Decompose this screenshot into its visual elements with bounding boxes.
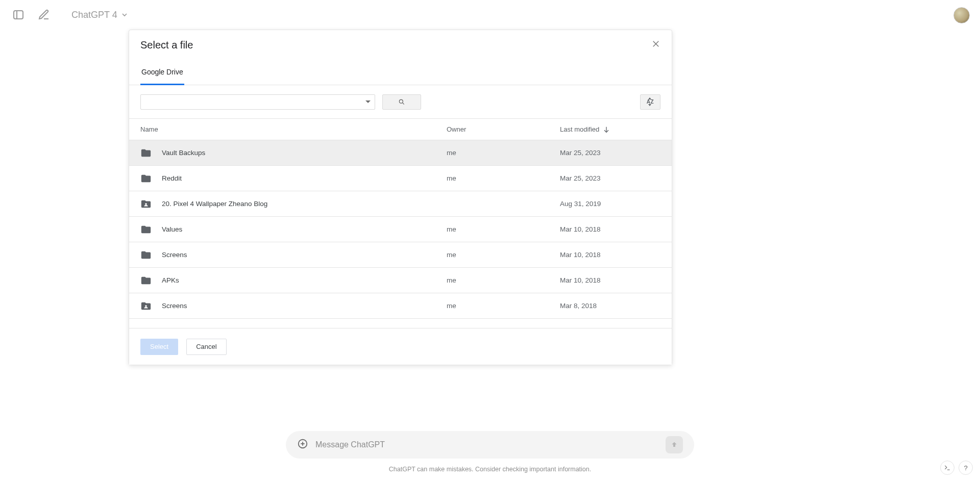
table-row[interactable]: RedditmeMar 25, 2023	[129, 166, 672, 191]
file-owner: me	[447, 302, 560, 310]
svg-point-8	[399, 99, 403, 103]
disclaimer-text: ChatGPT can make mistakes. Consider chec…	[0, 466, 980, 473]
tab-google-drive[interactable]: Google Drive	[140, 60, 184, 85]
table-row[interactable]: ScreensmeMar 10, 2018	[129, 242, 672, 268]
table-row[interactable]: 20. Pixel 4 Wallpaper Zheano BlogAug 31,…	[129, 191, 672, 217]
svg-point-12	[145, 305, 147, 307]
message-composer[interactable]: Message ChatGPT	[286, 431, 694, 459]
column-modified[interactable]: Last modified	[560, 125, 610, 134]
file-name: Vault Backups	[162, 149, 447, 157]
app-topbar: ChatGPT 4	[0, 0, 980, 30]
svg-point-11	[145, 203, 147, 205]
close-button[interactable]	[651, 39, 660, 50]
model-label: ChatGPT 4	[71, 10, 117, 20]
file-modified: Mar 10, 2018	[560, 251, 601, 259]
file-owner: me	[447, 174, 560, 182]
search-button[interactable]	[382, 94, 421, 110]
modal-footer: Select Cancel	[129, 328, 672, 365]
arrow-up-icon	[670, 441, 678, 449]
select-button[interactable]: Select	[140, 339, 178, 355]
model-selector[interactable]: ChatGPT 4	[71, 10, 129, 20]
folder-icon	[140, 147, 152, 159]
caret-down-icon	[365, 100, 371, 103]
arrow-down-icon	[602, 125, 610, 134]
table-row[interactable]: ScreensmeMar 8, 2018	[129, 293, 672, 319]
folder-icon	[140, 224, 152, 235]
file-name: Screens	[162, 302, 447, 310]
file-name: Values	[162, 225, 447, 233]
help-button[interactable]: ?	[959, 461, 973, 475]
file-modified: Mar 10, 2018	[560, 225, 601, 233]
panel-icon	[12, 9, 24, 21]
close-icon	[651, 39, 660, 48]
file-name: Reddit	[162, 174, 447, 182]
file-modified: Mar 25, 2023	[560, 149, 601, 157]
list-header: Name Owner Last modified	[129, 119, 672, 140]
new-chat-button[interactable]	[37, 8, 51, 22]
topbar-left: ChatGPT 4	[0, 8, 129, 22]
edit-icon	[38, 9, 50, 21]
table-row[interactable]: ValuesmeMar 10, 2018	[129, 217, 672, 242]
prompt-icon	[944, 464, 951, 471]
svg-line-9	[402, 103, 404, 104]
file-owner: me	[447, 149, 560, 157]
file-modified: Aug 31, 2019	[560, 200, 601, 208]
file-name: APKs	[162, 276, 447, 284]
column-name[interactable]: Name	[140, 125, 447, 133]
folder-icon	[140, 249, 152, 261]
folder-icon	[140, 173, 152, 184]
sort-button[interactable]: AZ	[640, 94, 660, 110]
search-icon	[398, 98, 405, 106]
shared-folder-icon	[140, 198, 152, 210]
modal-header: Select a file	[129, 30, 672, 60]
file-owner: me	[447, 251, 560, 259]
file-owner: me	[447, 225, 560, 233]
avatar[interactable]	[953, 7, 970, 23]
search-input[interactable]	[140, 94, 375, 110]
cancel-button[interactable]: Cancel	[186, 339, 226, 355]
file-name: Screens	[162, 251, 447, 259]
shared-folder-icon	[140, 300, 152, 312]
folder-icon	[140, 275, 152, 286]
file-modified: Mar 8, 2018	[560, 302, 597, 310]
column-owner[interactable]: Owner	[447, 125, 560, 133]
chevron-down-icon	[120, 11, 129, 19]
file-owner: me	[447, 276, 560, 284]
file-name: 20. Pixel 4 Wallpaper Zheano Blog	[162, 200, 447, 208]
bottom-right-tools: ?	[940, 461, 973, 475]
file-list[interactable]: Vault BackupsmeMar 25, 2023RedditmeMar 2…	[129, 140, 672, 328]
help-label: ?	[964, 464, 967, 472]
table-row[interactable]: APKsmeMar 10, 2018	[129, 268, 672, 293]
composer-placeholder: Message ChatGPT	[315, 440, 658, 449]
sort-az-icon: AZ	[647, 99, 654, 105]
attachment-button[interactable]	[297, 438, 308, 451]
toggle-sidebar-button[interactable]	[11, 8, 26, 22]
send-button[interactable]	[666, 436, 683, 453]
file-modified: Mar 10, 2018	[560, 276, 601, 284]
modal-tabs: Google Drive	[129, 60, 672, 85]
attachment-icon	[297, 438, 308, 449]
file-picker-modal: Select a file Google Drive AZ Name Owner…	[129, 30, 672, 365]
svg-rect-0	[14, 11, 23, 19]
shortcut-button[interactable]	[940, 461, 954, 475]
table-row[interactable]: Vault BackupsmeMar 25, 2023	[129, 140, 672, 166]
modal-title: Select a file	[140, 39, 193, 51]
file-modified: Mar 25, 2023	[560, 174, 601, 182]
modal-toolbar: AZ	[129, 85, 672, 119]
column-modified-label: Last modified	[560, 125, 599, 133]
